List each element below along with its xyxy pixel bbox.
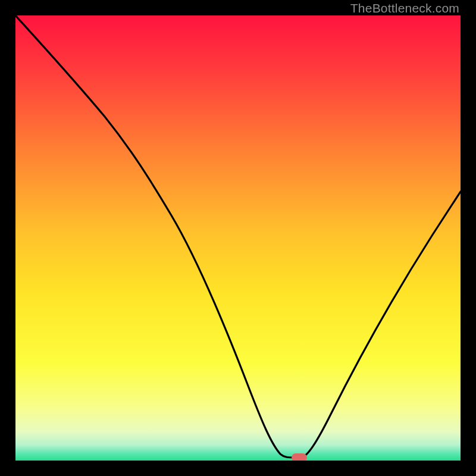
plot-area xyxy=(15,15,461,461)
gradient-background xyxy=(15,15,461,461)
chart-svg xyxy=(15,15,461,461)
current-config-marker xyxy=(292,453,307,461)
watermark-text: TheBottleneck.com xyxy=(350,1,459,15)
